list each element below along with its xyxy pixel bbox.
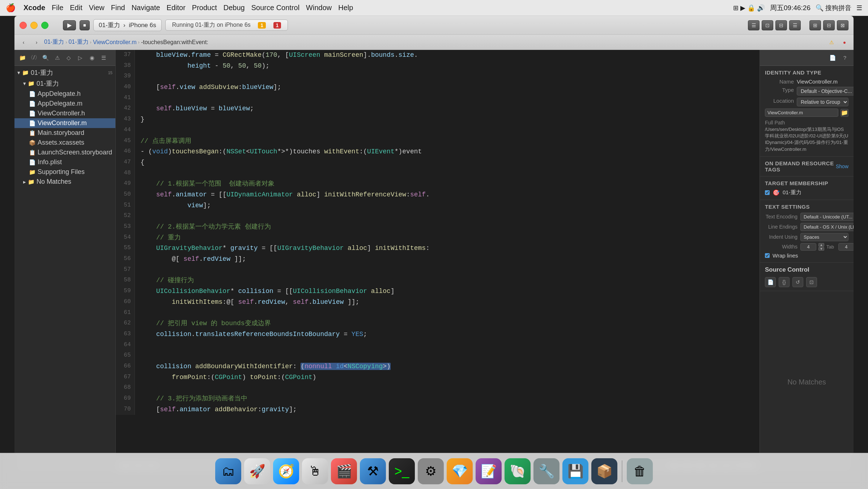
quick-help-icon[interactable]: ? xyxy=(840,53,850,63)
line-content[interactable]: // 2.根据某一个动力学元素 创建行为 xyxy=(135,222,760,233)
location-select[interactable]: Relative to Group xyxy=(797,98,848,106)
menu-debug[interactable]: Debug xyxy=(224,4,245,12)
line-content[interactable] xyxy=(135,340,760,351)
wrap-lines-checkbox[interactable] xyxy=(765,253,770,258)
line-content[interactable]: collision addBoundaryWithIdentifier: (no… xyxy=(135,361,760,372)
tree-item-viewcontroller-m[interactable]: 📄 ViewController.m xyxy=(14,118,115,128)
tab-step-up[interactable]: ▲ xyxy=(818,243,824,247)
line-content[interactable] xyxy=(135,308,760,319)
nav-debug-icon[interactable]: ▷ xyxy=(75,53,85,63)
menu-window[interactable]: Window xyxy=(306,4,332,12)
tree-item-root[interactable]: ▾ 📁 01-重力 15 xyxy=(14,67,115,78)
tree-item-info[interactable]: 📄 Info.plist xyxy=(14,157,115,167)
file-inspector-icon[interactable]: 📄 xyxy=(827,53,838,63)
error-indicator[interactable]: ● xyxy=(839,38,850,47)
line-content[interactable]: [self.view addSubview:blueView]; xyxy=(135,82,760,93)
sc-refresh-btn[interactable]: ↺ xyxy=(792,277,803,287)
line-content[interactable]: UIGravityBehavior* gravity = [[UIGravity… xyxy=(135,243,760,254)
indent-using-select[interactable]: Spaces xyxy=(800,233,848,241)
tree-item-01zhongli[interactable]: ▾ 📁 01-重力 xyxy=(14,78,115,89)
line-content[interactable]: fromPoint:(CGPoint) toPoint:(CGPoint) xyxy=(135,372,760,383)
breadcrumb-file[interactable]: ViewController.m xyxy=(93,39,137,46)
show-btn[interactable]: Show xyxy=(836,163,848,169)
editor-layout-3[interactable]: ⊠ xyxy=(837,20,848,30)
file-tree[interactable]: ▾ 📁 01-重力 15 ▾ 📁 01-重力 📄 AppDelegate.h xyxy=(14,66,115,473)
tree-item-assets[interactable]: 📦 Assets.xcassets xyxy=(14,138,115,148)
line-content[interactable] xyxy=(135,350,760,361)
menu-navigate[interactable]: Navigate xyxy=(132,4,160,12)
line-content[interactable] xyxy=(135,125,760,136)
stop-button[interactable]: ■ xyxy=(80,20,90,30)
line-content[interactable]: blueView.frame = CGRectMake(170, [UIScre… xyxy=(135,50,760,61)
name-value[interactable]: ViewController.m xyxy=(797,78,848,85)
maximize-button[interactable] xyxy=(41,22,48,29)
dock-shell[interactable]: 🐚 xyxy=(505,458,531,484)
menu-edit[interactable]: Edit xyxy=(70,4,82,12)
line-content[interactable]: // 碰撞行为 xyxy=(135,275,760,286)
nav-breakpoints-icon[interactable]: ◉ xyxy=(87,53,97,63)
code-scroll[interactable]: 37 blueView.frame = CGRectMake(170, [UIS… xyxy=(116,50,760,458)
line-content[interactable] xyxy=(135,93,760,104)
dock-more[interactable]: 📦 xyxy=(591,458,617,484)
sc-code-btn[interactable]: {} xyxy=(779,277,790,287)
line-content[interactable]: // 1.根据某一个范围 创建动画者对象 xyxy=(135,179,760,190)
choose-file-btn[interactable]: 📁 xyxy=(841,109,848,117)
line-content[interactable]: // 点击屏幕调用 xyxy=(135,136,760,147)
sc-file-btn[interactable]: 📄 xyxy=(765,277,776,287)
center-editor-btn[interactable]: ⊡ xyxy=(762,20,773,30)
line-content[interactable] xyxy=(135,265,760,276)
close-button[interactable] xyxy=(20,22,27,29)
scheme-selector[interactable]: 01-重力 › iPhone 6s xyxy=(93,19,162,31)
tree-item-viewcontroller-h[interactable]: 📄 ViewController.h xyxy=(14,109,115,118)
tab-width-input[interactable] xyxy=(800,243,816,251)
menu-file[interactable]: File xyxy=(52,4,63,12)
line-content[interactable]: [self.animator addBehavior:gravity]; xyxy=(135,404,760,415)
menu-source-control[interactable]: Source Control xyxy=(251,4,299,12)
editor-layout-1[interactable]: ⊞ xyxy=(809,20,821,30)
nav-back-btn[interactable]: ‹ xyxy=(18,38,29,47)
line-content[interactable] xyxy=(135,168,760,179)
editor-layout-2[interactable]: ⊟ xyxy=(823,20,835,30)
dock-safari[interactable]: 🧭 xyxy=(273,458,299,484)
line-content[interactable]: self.blueView = blueView; xyxy=(135,103,760,114)
dock-trash[interactable]: 🗑 xyxy=(627,458,653,484)
apple-menu[interactable]: 🍎 xyxy=(6,3,16,13)
line-content[interactable]: collision.translatesReferenceBoundsIntoB… xyxy=(135,329,760,340)
line-content[interactable] xyxy=(135,211,760,222)
navigator-toggle[interactable]: ☰ xyxy=(748,20,760,30)
tree-item-main-storyboard[interactable]: 📋 Main.storyboard xyxy=(14,128,115,138)
nav-search-icon[interactable]: 🔍 xyxy=(41,53,51,63)
tree-item-launchscreen[interactable]: 📋 LaunchScreen.storyboard xyxy=(14,148,115,157)
filename-input[interactable] xyxy=(765,109,838,117)
debug-area-btn[interactable]: ⊟ xyxy=(775,20,787,30)
line-content[interactable]: UICollisionBehavior* collision = [[UICol… xyxy=(135,286,760,297)
dock-xcode[interactable]: ⚒ xyxy=(360,458,386,484)
dock-launchpad[interactable]: 🚀 xyxy=(244,458,270,484)
breadcrumb-method[interactable]: -touchesBegan:withEvent: xyxy=(141,39,208,46)
dock-files[interactable]: 💾 xyxy=(562,458,588,484)
target-checkbox[interactable] xyxy=(765,190,770,195)
dock-sys[interactable]: ⚙ xyxy=(418,458,444,484)
breadcrumb-project[interactable]: 01-重力 xyxy=(44,38,64,46)
menubar-search[interactable]: 🔍 搜狗拼音 xyxy=(816,4,851,12)
inspector-toggle[interactable]: ☰ xyxy=(789,20,801,30)
indent-width-input[interactable] xyxy=(838,243,854,251)
dock-video[interactable]: 🎬 xyxy=(331,458,357,484)
breadcrumb-target[interactable]: 01-重力 xyxy=(68,38,88,46)
line-content[interactable]: } xyxy=(135,114,760,125)
nav-test-icon[interactable]: ◇ xyxy=(64,53,74,63)
dock-finder[interactable]: 🗂 xyxy=(215,458,241,484)
line-content[interactable]: view]; xyxy=(135,200,760,211)
nav-folder-icon[interactable]: 📁 xyxy=(17,53,27,63)
dock-script[interactable]: 📝 xyxy=(476,458,502,484)
line-content[interactable]: // 重力 xyxy=(135,233,760,243)
warning-indicator[interactable]: ⚠ xyxy=(826,38,837,47)
minimize-button[interactable] xyxy=(30,22,38,29)
dock-pref[interactable]: 🔧 xyxy=(533,458,559,484)
encoding-select[interactable]: Default - Unicode (UT... xyxy=(800,213,854,221)
dock-terminal[interactable]: >_ xyxy=(389,458,415,484)
tree-item-products[interactable]: ▸ 📁 No Matches xyxy=(14,177,115,187)
menu-find[interactable]: Find xyxy=(111,4,125,12)
dock-cursor[interactable]: 🖱 xyxy=(302,458,328,484)
type-select[interactable]: Default - Objective-C... xyxy=(797,87,854,95)
